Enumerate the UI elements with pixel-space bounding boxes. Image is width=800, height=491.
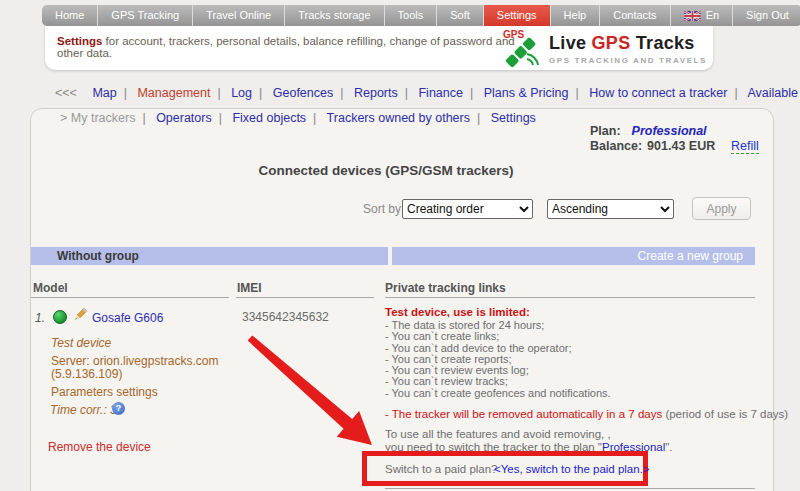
nav-tracks-storage[interactable]: Tracks storage (285, 5, 384, 26)
logo-subtitle: GPS TRACKING AND TRAVELS (549, 56, 707, 65)
switch-plan-question: Switch to a paid plan? (385, 463, 498, 475)
annotation-arrow-icon (240, 328, 390, 458)
column-header-imei: IMEI (237, 281, 262, 295)
nav-available-models[interactable]: Available models (748, 86, 800, 100)
collapse-arrows[interactable]: <<< (55, 86, 77, 100)
trackers-sub-nav: > My trackers| Operators| Fixed objects|… (60, 111, 536, 125)
device-type-note: Test device (51, 336, 111, 350)
limit-item: - You can`t create links; (385, 331, 611, 342)
subnav-settings[interactable]: Settings (491, 111, 536, 125)
nav-language[interactable]: En (671, 5, 733, 26)
device-server-ip: (5.9.136.109) (51, 367, 122, 381)
nav-finance[interactable]: Finance (418, 86, 462, 100)
satellite-icon: GPS (501, 28, 543, 70)
svg-text:GPS: GPS (503, 29, 524, 40)
upgrade-note: To use all the features and avoid removi… (385, 428, 673, 453)
nav-tools[interactable]: Tools (385, 5, 438, 26)
nav-help[interactable]: Help (551, 5, 601, 26)
nav-reports[interactable]: Reports (354, 86, 398, 100)
refill-link[interactable]: Refill (731, 139, 759, 154)
header-description-keyword: Settings (57, 35, 102, 47)
nav-log[interactable]: Log (231, 86, 252, 100)
remove-device-link[interactable]: Remove the device (48, 440, 151, 454)
nav-travel-online[interactable]: Travel Online (193, 5, 285, 26)
device-server: Server: orion.livegpstracks.com (51, 354, 218, 368)
nav-home[interactable]: Home (42, 5, 98, 26)
nav-map[interactable]: Map (92, 86, 116, 100)
row-divider (385, 488, 755, 489)
nav-contacts[interactable]: Contacts (600, 5, 670, 26)
column-divider (236, 297, 374, 298)
sort-direction-select[interactable]: Ascending (547, 199, 674, 219)
limit-item: - You can`t create geofences and notific… (385, 388, 611, 399)
balance-value: 901.43 EUR (647, 139, 715, 153)
subnav-trackers-owned-by-others[interactable]: Trackers owned by others (327, 111, 470, 125)
sort-order-select[interactable]: Creating order (402, 199, 533, 219)
plan-row: Plan:Professional (590, 124, 707, 138)
limits-list: - The data is stored for 24 hours; - You… (385, 320, 611, 399)
nav-geofences[interactable]: Geofences (273, 86, 333, 100)
plan-label: Plan: (590, 124, 621, 138)
removal-warning: - The tracker will be removed automatica… (385, 408, 788, 420)
nav-language-label: En (706, 5, 719, 26)
column-header-links: Private tracking links (385, 281, 506, 295)
subnav-my-trackers: My trackers (71, 111, 136, 125)
site-logo[interactable]: GPS Live GPS Tracks GPS TRACKING AND TRA… (501, 28, 707, 70)
balance-label: Balance: (590, 139, 642, 153)
column-header-model: Model (33, 281, 68, 295)
nav-sign-out[interactable]: Sign Out (733, 5, 800, 26)
nav-soft[interactable]: Soft (437, 5, 484, 26)
uk-flag-icon (684, 11, 701, 21)
header: Settings for account, trackers, personal… (45, 26, 713, 70)
group-bar-title: Without group (31, 247, 388, 265)
limits-title: Test device, use is limited: (385, 306, 530, 318)
subnav-operators[interactable]: Operators (156, 111, 212, 125)
subnav-current-marker: > (60, 111, 67, 125)
balance-row: Balance:901.43 EUR (590, 139, 715, 153)
apply-button[interactable]: Apply (692, 197, 751, 220)
page-title: Connected devices (GPS/GSM trackers) (30, 163, 742, 178)
time-correction-value: Time corr.: 3 (50, 403, 117, 417)
column-divider (385, 297, 755, 298)
nav-how-to-connect[interactable]: How to connect a tracker (589, 86, 727, 100)
nav-plans-pricing[interactable]: Plans & Pricing (484, 86, 569, 100)
main-nav: <<< Map| Management| Log| Geofences| Rep… (55, 86, 800, 100)
device-name-link[interactable]: Gosafe G606 (92, 311, 163, 325)
column-divider (31, 297, 229, 298)
logo-title: Live GPS Tracks (549, 33, 695, 53)
top-nav: Home GPS Tracking Travel Online Tracks s… (42, 5, 800, 26)
header-description: Settings for account, trackers, personal… (57, 35, 517, 59)
switch-to-paid-plan-link[interactable]: <Yes, switch to the paid plan.> (494, 463, 650, 475)
header-description-text: for account, trackers, personal details,… (57, 35, 515, 59)
device-index: 1. (35, 311, 45, 325)
nav-gps-tracking[interactable]: GPS Tracking (98, 5, 193, 26)
edit-pencil-icon[interactable] (72, 307, 88, 323)
create-new-group-link[interactable]: Create a new group (392, 247, 755, 265)
nav-settings[interactable]: Settings (484, 5, 551, 26)
plan-value: Professional (632, 124, 707, 138)
parameters-settings-link[interactable]: Parameters settings (51, 385, 158, 399)
help-icon[interactable]: ? (112, 402, 125, 415)
subnav-fixed-objects[interactable]: Fixed objects (232, 111, 306, 125)
sort-by-label: Sort by: (363, 202, 404, 216)
status-online-icon[interactable] (53, 310, 67, 324)
nav-management[interactable]: Management (137, 86, 210, 100)
device-imei: 3345642345632 (242, 310, 329, 324)
